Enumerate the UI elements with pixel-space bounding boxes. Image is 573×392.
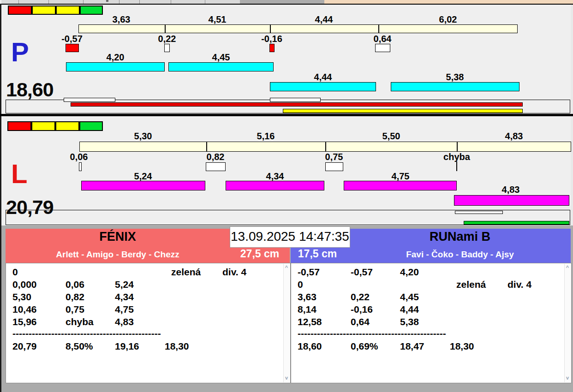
value-label: 0,64: [350, 34, 415, 43]
cross-box: [79, 162, 82, 171]
run-bar: [344, 181, 457, 190]
value-label: -0,57: [40, 34, 104, 43]
team-left-results-table: ^ v 0zelenádiv. 40,0000,065,245,300,824,…: [6, 263, 291, 383]
value-label: 4,75: [368, 172, 433, 181]
value-label: 5,24: [111, 172, 175, 181]
value-label: 0,06: [47, 152, 111, 161]
value-label: 4,44: [291, 72, 355, 82]
split-divider: [457, 142, 458, 152]
table-cell: 5,38: [400, 317, 419, 327]
scroll-up-icon[interactable]: ^: [565, 265, 570, 271]
value-label: chyba: [424, 152, 489, 161]
cross-box: [325, 162, 343, 171]
finish-green-bar: [464, 221, 569, 225]
cross-error-tick: [456, 161, 457, 171]
team-right-jump-height: 17,5 cm: [292, 249, 343, 259]
team-left-name: FÉNIX: [6, 231, 230, 243]
value-label: 0,22: [135, 34, 199, 43]
run-bar: [168, 62, 274, 71]
table-cell: -0,57: [298, 267, 320, 277]
table-summary-cell: 20,79: [12, 341, 37, 351]
value-label: 4,51: [185, 15, 250, 24]
run-bar: [454, 195, 569, 206]
value-label: 4,45: [189, 53, 253, 62]
start-light-yellow: [56, 6, 80, 15]
table-cell: 5,24: [115, 279, 134, 289]
table-separator: ----------------------------------------…: [298, 328, 446, 338]
value-label: 4,20: [83, 53, 148, 62]
bg-window-strip-sep: [139, 0, 140, 4]
bg-window-strip-sep: [18, 0, 19, 4]
cross-box-negative: [66, 44, 79, 52]
run-bar: [391, 82, 519, 91]
table-summary-cell: 8,50%: [66, 341, 93, 351]
table-cell: div. 4: [222, 267, 246, 277]
table-cell: -0,57: [351, 267, 373, 277]
table-cell: -0,16: [351, 304, 373, 314]
value-label: 4,83: [478, 185, 543, 194]
value-label: 5,16: [233, 131, 298, 141]
table-cell: 4,75: [115, 304, 134, 314]
cross-box: [375, 44, 390, 52]
bg-window-strip-sep: [83, 0, 84, 4]
table-cell: 5,30: [12, 292, 31, 302]
table-cell: 12,58: [298, 317, 322, 327]
split-bar: [78, 24, 518, 33]
run-bar: [81, 181, 205, 190]
lane-divider: [0, 114, 573, 116]
bg-window-strip-sep: [171, 0, 171, 4]
bg-window-strip-peach: [324, 0, 573, 4]
cross-box: [206, 162, 226, 171]
lane-l-letter: L: [11, 160, 27, 187]
table-cell: 4,44: [400, 304, 419, 314]
table-cell: 0,82: [66, 292, 84, 302]
value-label: 4,34: [243, 172, 307, 181]
scroll-up-icon[interactable]: ^: [284, 265, 289, 271]
bg-window-strip-tick: [106, 0, 108, 2]
table-cell: 4,20: [400, 267, 419, 277]
team-right-dogs: Favi - Čoko - Baddy - Ajsy: [349, 250, 571, 259]
table-cell: 15,96: [12, 317, 37, 327]
split-divider: [325, 142, 326, 152]
table-cell: 4,83: [115, 317, 134, 327]
table-summary-cell: 19,16: [115, 341, 139, 351]
table-separator: ----------------------------------------…: [12, 328, 161, 338]
table-cell: 0: [12, 267, 18, 277]
value-label: 5,30: [111, 131, 175, 141]
bg-window-strip-dark: [240, 0, 324, 4]
value-label: 6,02: [416, 15, 480, 24]
table-summary-cell: 18,60: [298, 341, 322, 351]
value-label: 0,82: [183, 152, 248, 161]
start-light-red: [7, 121, 31, 131]
value-label: 3,63: [89, 15, 154, 24]
split-divider: [206, 142, 207, 152]
table-cell: zelená: [456, 279, 486, 289]
table-cell: 0,22: [351, 292, 370, 302]
table-cell: div. 4: [507, 279, 531, 289]
lane-p-letter: P: [11, 39, 29, 65]
table-cell: 4,45: [400, 292, 419, 302]
start-light-yellow: [31, 121, 55, 131]
value-label: 4,44: [292, 15, 356, 24]
table-cell: 0: [298, 279, 303, 289]
table-summary-cell: 18,30: [450, 341, 474, 351]
value-label: -0,16: [239, 34, 304, 43]
time-yellow-bar: [283, 109, 523, 113]
right-table-scrollbar[interactable]: ^ v: [564, 264, 571, 382]
split-divider: [270, 24, 271, 33]
table-cell: 10,46: [12, 304, 37, 314]
table-cell: 0,75: [66, 304, 84, 314]
lane-p-total-time: 18,60: [6, 80, 54, 100]
start-light-green: [80, 6, 103, 15]
run-bar: [270, 82, 376, 91]
left-table-scrollbar[interactable]: ^ v: [283, 264, 290, 382]
run-bar: [226, 181, 324, 190]
window-top-border: [0, 4, 573, 5]
baton-box: [270, 98, 321, 102]
table-cell: 0,06: [66, 279, 84, 289]
team-left-dogs: Arlett - Amigo - Berdy - Chezz: [6, 250, 230, 259]
bg-window-strip-sep: [205, 0, 205, 4]
scroll-down-icon[interactable]: v: [284, 375, 289, 381]
scroll-down-icon[interactable]: v: [565, 375, 570, 381]
start-light-yellow: [32, 6, 56, 15]
